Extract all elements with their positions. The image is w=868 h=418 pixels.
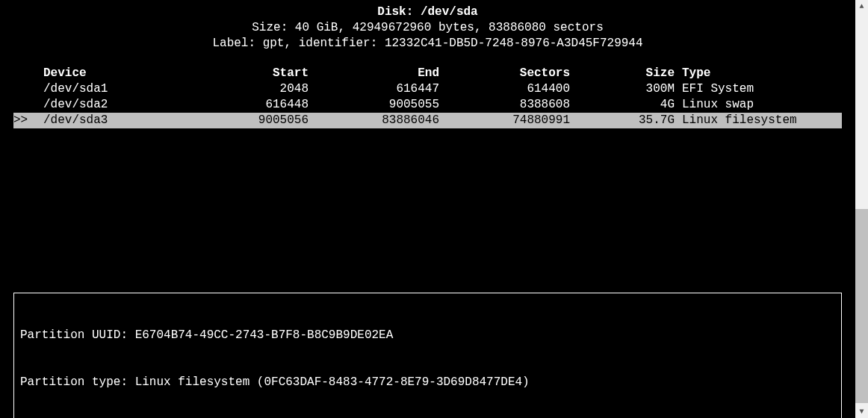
row-sectors: 8388608 [439,97,570,113]
row-device: /dev/sda3 [43,113,200,128]
row-start: 2048 [200,81,309,97]
row-device: /dev/sda2 [43,97,200,113]
scroll-up-arrow[interactable]: ▲ [855,0,868,13]
partition-uuid: Partition UUID: E6704B74-49CC-2743-B7F8-… [20,328,835,343]
row-device: /dev/sda1 [43,81,200,97]
table-row[interactable]: >>/dev/sda39005056838860467488099135.7GL… [13,113,842,128]
terminal-screen: Disk: /dev/sda Size: 40 GiB, 42949672960… [0,0,855,418]
scroll-down-arrow[interactable]: ▼ [855,405,868,418]
row-end: 616447 [309,81,439,97]
row-sectors: 74880991 [439,113,570,128]
disk-title: Disk: /dev/sda [13,4,842,20]
col-size: Size [570,66,675,81]
row-size: 300M [570,81,675,97]
table-row[interactable]: /dev/sda12048616447614400300MEFI System [13,81,842,97]
partition-table: Device Start End Sectors Size Type /dev/… [13,66,842,128]
row-end: 83886046 [309,113,439,128]
col-start: Start [200,66,309,81]
scrollbar[interactable]: ▲ ▼ [855,0,868,418]
row-size: 4G [570,97,675,113]
col-marker [13,66,43,81]
row-type: Linux filesystem [675,113,842,128]
row-marker [13,97,43,113]
col-end: End [309,66,439,81]
row-marker [13,81,43,97]
row-start: 9005056 [200,113,309,128]
row-type: EFI System [675,81,842,97]
col-device: Device [43,66,200,81]
row-sectors: 614400 [439,81,570,97]
row-type: Linux swap [675,97,842,113]
col-type: Type [675,66,842,81]
table-row[interactable]: /dev/sda2616448900505583886084GLinux swa… [13,97,842,113]
partition-type: Partition type: Linux filesystem (0FC63D… [20,375,835,390]
disk-label: Label: gpt, identifier: 12332C41-DB5D-72… [13,36,842,52]
row-end: 9005055 [309,97,439,113]
col-sectors: Sectors [439,66,570,81]
disk-size: Size: 40 GiB, 42949672960 bytes, 8388608… [13,20,842,36]
row-marker: >> [13,113,43,128]
partition-info-box: Partition UUID: E6704B74-49CC-2743-B7F8-… [13,293,842,418]
row-start: 616448 [200,97,309,113]
table-header: Device Start End Sectors Size Type [13,66,842,81]
scrollbar-thumb[interactable] [855,209,868,403]
row-size: 35.7G [570,113,675,128]
